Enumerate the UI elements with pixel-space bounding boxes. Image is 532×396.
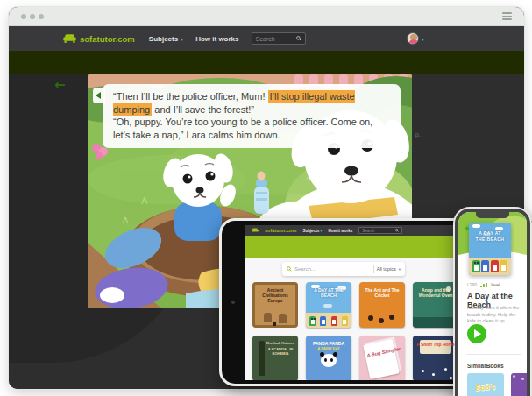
cover-title: A DAY ATTHE BEACH [469,230,511,242]
bin-icon [309,316,316,326]
stray-text: p. [415,131,421,138]
bin-icon [481,260,489,272]
chevron-down-icon: ▾ [320,229,322,233]
window-dot[interactable] [21,14,26,19]
similar-books-heading: SimilarBooks [467,363,504,369]
book-tile[interactable]: A Short Trip Home [413,336,458,380]
book-tile-subtitle: A SCANDAL IN BOHEMIA [252,347,298,356]
story-paragraph-1: “Then I’ll be the police officer, Mum! I… [113,90,392,116]
book-tile[interactable]: Anup and the Wonderful Oven [413,282,458,328]
book-tile-title: Ancient Civilisations Europe [252,282,298,303]
similar-book-cover[interactable]: BoB's [467,373,504,396]
sofa-icon [63,34,76,43]
similar-book-title [511,383,527,385]
logo-text: sofatutor.com [265,228,296,233]
topics-dropdown[interactable]: All topics▾ [377,266,401,272]
divider [373,265,374,273]
back-button[interactable]: ← [54,77,66,93]
panda-eyes-icon [324,358,327,362]
phone-book-cover[interactable]: A DAY ATTHE BEACH [469,223,511,275]
divider [467,354,521,355]
panda-face-icon [321,354,337,367]
story-text-box: “Then I’ll be the police officer, Mum! I… [103,84,401,148]
avatar-caret-icon: ▾ [422,36,424,42]
level-bars-icon [480,283,487,287]
nav-how-it-works[interactable]: How it works [328,229,352,233]
page-header-band [9,51,524,74]
book-tile-title: The Ant and The Cricket [359,282,405,298]
level-row: L290 level [467,282,500,287]
window-dot[interactable] [30,14,35,19]
nav-links: Subjects▾ How it works [149,35,239,43]
nav-subjects[interactable]: Subjects▾ [149,35,183,43]
chevron-down-icon: ▾ [399,267,401,272]
search-icon [287,266,292,272]
user-avatar[interactable] [407,32,419,45]
phone-screen: ← A DAY ATTHE BEACH L290 level A Day at … [458,212,527,396]
tablet-navbar-search[interactable]: Search [358,227,402,234]
book-tile-subtitle: A RAINY DAY [306,346,351,350]
book-tile-title: Anup and the Wonderful Oven [413,282,458,298]
sofatutor-logo[interactable]: sofatutor.com [63,34,135,44]
browser-chrome-bar [9,7,524,26]
hamburger-menu-icon[interactable] [502,12,512,20]
screenshot-stage: sofatutor.com Subjects▾ How it works Sea… [0,0,532,396]
recycling-bins-icon [472,260,507,272]
phone-notch [476,212,509,218]
book-tile[interactable]: Sherlock HolmesA SCANDAL IN BOHEMIA [252,336,298,380]
search-placeholder: Search... [294,266,371,272]
similar-book-cover[interactable] [511,373,527,396]
browser-navbar: sofatutor.com Subjects▾ How it works Sea… [9,26,524,51]
bin-icon [331,316,337,326]
book-tile[interactable]: PANDA PANDAA RAINY DAY [306,336,351,380]
tablet-book-grid: Ancient Civilisations EuropeA DAY AT THE… [252,282,463,380]
phone-mockup: ← A DAY ATTHE BEACH L290 level A Day at … [455,209,530,396]
book-description: Nobody likes it when the beach is dirty.… [467,305,521,325]
level-label: level [491,282,500,287]
story-paragraph-2: “Oh, puppy. You’re too young to be a pol… [113,116,392,141]
chevron-down-icon: ▾ [181,36,183,42]
bin-icon [320,316,326,326]
window-dot[interactable] [39,14,44,19]
navbar-search-input[interactable]: Search [252,32,306,45]
book-tile-title: Sherlock Holmes [252,336,298,346]
user-menu[interactable]: ▾ [407,32,424,45]
book-tile-title: A Short Trip Home [413,336,458,347]
book-tile[interactable]: The Ant and The Cricket [359,282,405,328]
book-tile[interactable]: A DAY AT THE BEACH [306,282,351,328]
search-icon [395,229,399,232]
nav-how-it-works[interactable]: How it works [195,35,238,43]
recycling-bins-icon [309,316,348,326]
book-tile[interactable]: Ancient Civilisations Europe [252,282,298,328]
book-tile-title: PANDA PANDA [306,336,351,346]
tablet-camera-icon [231,301,235,304]
logo-text: sofatutor.com [80,34,135,44]
similar-books-row: BoB's [467,373,527,396]
play-button[interactable] [467,324,486,343]
level-code: L290 [467,282,477,287]
window-controls[interactable] [21,14,44,19]
bin-icon [500,260,507,272]
search-placeholder: Search [256,36,294,42]
book-tile-title: A Bug Sampler [359,336,405,359]
similar-book-title: BoB's [467,383,504,393]
tablet-search-bar[interactable]: Search... All topics▾ [282,262,405,276]
cloud-icon [472,224,480,228]
book-tile-title: A DAY AT THE BEACH [306,282,351,298]
bin-icon [472,260,480,272]
search-icon [296,36,301,41]
bin-icon [491,260,499,272]
book-tile[interactable]: A Bug Sampler [359,336,405,380]
sofa-icon [252,228,259,233]
nav-subjects[interactable]: Subjects ▾ [302,229,322,233]
bin-icon [342,316,348,326]
